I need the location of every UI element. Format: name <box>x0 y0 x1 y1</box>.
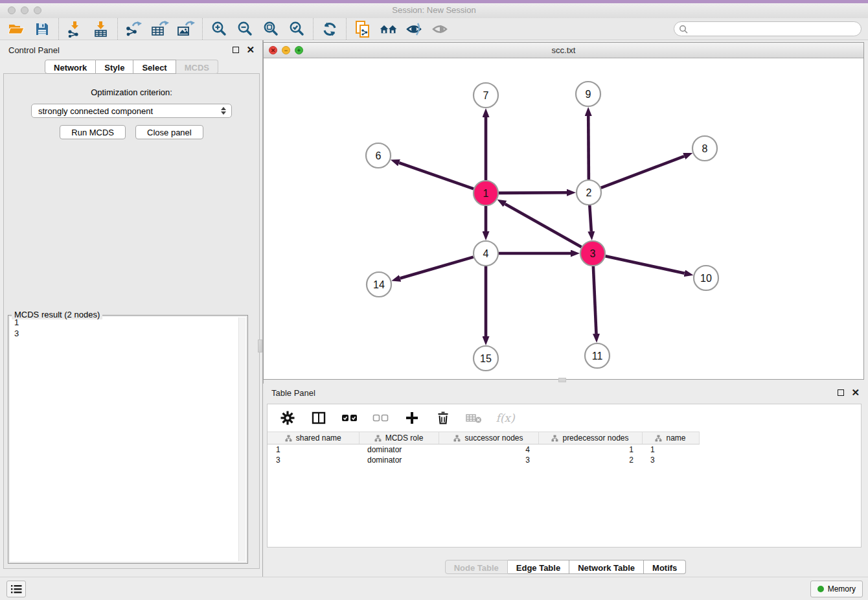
zoom-selected-button[interactable] <box>288 20 306 38</box>
zoom-out-button[interactable] <box>236 20 254 38</box>
mcds-result-list[interactable]: 13 <box>10 317 246 562</box>
edge-2-3[interactable] <box>589 205 591 231</box>
node-1[interactable]: 1 <box>474 181 498 205</box>
table-cell[interactable]: 1 <box>268 444 359 455</box>
network-window-titlebar[interactable]: ✕ − + scc.txt <box>264 43 863 58</box>
column-header-shared-name[interactable]: shared name <box>268 432 359 444</box>
export-network-button[interactable] <box>125 20 143 38</box>
node-8[interactable]: 8 <box>692 136 717 161</box>
table-row[interactable]: 1dominator411 <box>268 444 699 455</box>
horizontal-splitter-handle[interactable] <box>558 378 566 382</box>
network-canvas[interactable]: 7968124314101511 <box>264 59 863 379</box>
import-table-button[interactable] <box>92 20 110 38</box>
import-network-button[interactable] <box>66 20 84 38</box>
table-panel: Table Panel ✕ <box>263 384 868 577</box>
close-panel-button[interactable]: Close panel <box>135 125 203 139</box>
tab-edge-table[interactable]: Edge Table <box>508 560 569 574</box>
home-button[interactable] <box>380 20 398 38</box>
tab-mcds[interactable]: MCDS <box>176 60 218 74</box>
edge-3-1[interactable] <box>505 204 582 247</box>
search-input[interactable] <box>688 23 861 34</box>
task-history-button[interactable] <box>6 581 26 597</box>
edge-4-14[interactable] <box>400 257 474 279</box>
dropdown-stepper-icon <box>220 107 227 115</box>
apply-layout-button[interactable] <box>321 20 339 38</box>
add-column-button[interactable] <box>403 409 421 427</box>
open-session-button[interactable] <box>7 20 25 38</box>
node-4[interactable]: 4 <box>474 241 498 266</box>
tab-select[interactable]: Select <box>133 60 176 74</box>
tab-network-table[interactable]: Network Table <box>569 560 644 574</box>
table-cell[interactable]: 3 <box>642 455 699 465</box>
unchecked-boxes-icon <box>372 413 389 422</box>
float-panel-icon[interactable] <box>233 47 239 53</box>
table-cell[interactable]: 1 <box>642 444 699 455</box>
node-10[interactable]: 10 <box>694 266 718 290</box>
node-15[interactable]: 15 <box>474 346 498 371</box>
node-3[interactable]: 3 <box>580 241 605 266</box>
table-cell[interactable]: 1 <box>538 444 642 455</box>
edge-3-11[interactable] <box>593 266 597 334</box>
hide-selected-button[interactable] <box>405 20 424 38</box>
zoom-in-button[interactable] <box>210 20 228 38</box>
edge-3-10[interactable] <box>606 256 685 273</box>
node-14[interactable]: 14 <box>367 272 391 297</box>
close-panel-icon[interactable]: ✕ <box>246 47 255 53</box>
table-cell[interactable]: 4 <box>439 444 538 455</box>
search-field[interactable] <box>674 21 862 36</box>
tree-icon <box>551 435 558 442</box>
table-row[interactable]: 3dominator323 <box>268 455 699 465</box>
edge-1-2[interactable] <box>499 192 567 193</box>
column-header-MCDS-role[interactable]: MCDS role <box>359 432 439 444</box>
memory-button[interactable]: Memory <box>810 581 863 597</box>
column-header-successor-nodes[interactable]: successor nodes <box>439 432 538 444</box>
table-cell[interactable]: dominator <box>359 444 439 455</box>
zoom-out-icon <box>237 21 253 37</box>
open-folder-icon <box>8 21 25 37</box>
svg-text:15: 15 <box>480 353 492 364</box>
node-11[interactable]: 11 <box>585 343 610 368</box>
table-settings-button[interactable] <box>279 409 297 427</box>
delete-table-button[interactable] <box>465 409 483 427</box>
edge-2-9[interactable] <box>588 116 589 179</box>
float-table-panel-icon[interactable] <box>838 389 844 396</box>
panel-divider-handle[interactable] <box>258 340 262 352</box>
close-table-panel-icon[interactable]: ✕ <box>851 389 860 396</box>
result-scrollbar[interactable] <box>238 317 246 561</box>
node-2[interactable]: 2 <box>577 180 601 205</box>
tab-network[interactable]: Network <box>45 60 96 74</box>
tab-motifs[interactable]: Motifs <box>644 560 686 574</box>
refresh-icon <box>321 21 338 38</box>
table-cell[interactable]: 3 <box>439 455 538 465</box>
table-cell[interactable]: dominator <box>359 455 439 465</box>
column-header-predecessor-nodes[interactable]: predecessor nodes <box>538 432 642 444</box>
criterion-dropdown[interactable]: strongly connected component <box>31 104 232 118</box>
tab-style[interactable]: Style <box>96 60 133 74</box>
svg-text:2: 2 <box>586 187 592 198</box>
save-session-button[interactable] <box>33 20 51 38</box>
node-9[interactable]: 9 <box>576 82 600 106</box>
export-image-button[interactable] <box>177 20 195 38</box>
export-table-icon <box>151 21 169 38</box>
function-builder-button[interactable]: f(x) <box>496 409 514 427</box>
network-graph[interactable]: 7968124314101511 <box>264 59 863 379</box>
copy-network-button[interactable] <box>354 20 372 38</box>
run-mcds-button[interactable]: Run MCDS <box>60 125 126 139</box>
fit-content-button[interactable] <box>262 20 280 38</box>
column-header-name[interactable]: name <box>642 432 699 444</box>
tab-node-table[interactable]: Node Table <box>445 560 508 574</box>
export-table-button[interactable] <box>151 20 169 38</box>
edge-1-6[interactable] <box>399 163 474 189</box>
node-6[interactable]: 6 <box>366 143 391 168</box>
column-layout-button[interactable] <box>310 409 328 427</box>
select-all-rows-button[interactable] <box>341 409 359 427</box>
table-cell[interactable]: 3 <box>268 455 359 465</box>
show-all-button[interactable] <box>431 20 450 38</box>
table-cell[interactable]: 2 <box>538 455 642 465</box>
delete-column-button[interactable] <box>434 409 452 427</box>
edge-2-8[interactable] <box>601 156 685 188</box>
svg-text:7: 7 <box>483 90 489 101</box>
node-7[interactable]: 7 <box>474 83 498 108</box>
node-table[interactable]: shared nameMCDS rolesuccessor nodesprede… <box>268 432 700 465</box>
deselect-all-rows-button[interactable] <box>372 409 390 427</box>
